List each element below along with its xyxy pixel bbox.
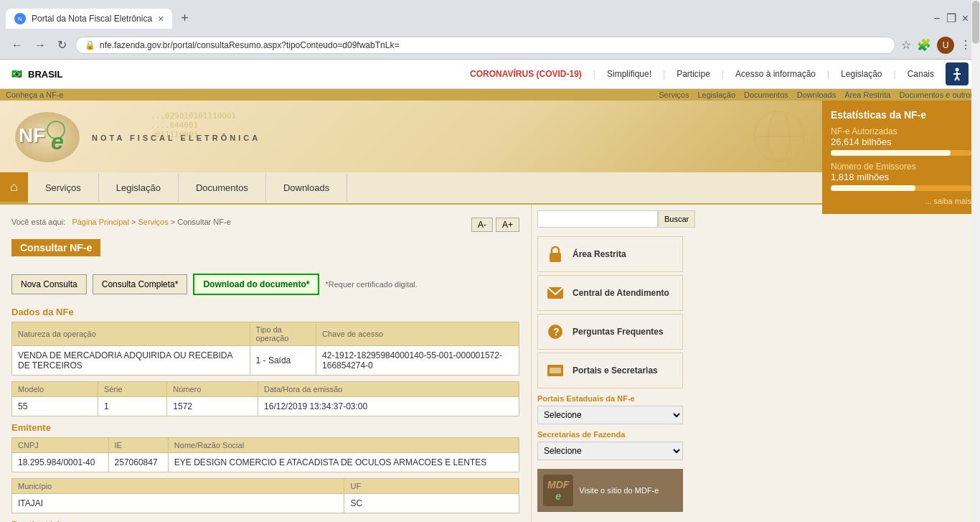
- acesso-info-link[interactable]: Acesso à informação: [735, 69, 816, 79]
- dados-nfe-table-1: Natureza da operação Tipo da operação Ch…: [11, 322, 519, 376]
- uf-header: UF: [344, 479, 519, 494]
- home-nav-button[interactable]: ⌂: [0, 172, 28, 203]
- nav-item-servicos[interactable]: Serviços: [28, 174, 99, 202]
- modelo-value: 55: [12, 397, 98, 416]
- mdfe-logo-text: MDF: [547, 479, 569, 490]
- cnpj-header: CNPJ: [12, 438, 109, 453]
- reload-button[interactable]: ↻: [55, 35, 70, 55]
- window-close-button[interactable]: ×: [962, 12, 969, 25]
- emitente-title: Emitente: [11, 422, 519, 433]
- tab-bar: N Portal da Nota Fiscal Eletrônica × + −…: [0, 0, 980, 31]
- numero-value: 1572: [167, 397, 258, 416]
- portais-estaduais-label: Portais Estaduais da NF-e: [537, 394, 683, 403]
- ie-header: IE: [108, 438, 168, 453]
- stats-title: Estatísticas da NF-e: [831, 109, 971, 121]
- nav-item-legislacao[interactable]: Legislação: [99, 174, 179, 202]
- nova-consulta-button[interactable]: Nova Consulta: [11, 274, 87, 294]
- browser-actions: ☆ 🧩 U ⋮: [901, 37, 971, 54]
- documentos-outros-top-link[interactable]: Documentos e outros: [899, 90, 974, 99]
- central-atendimento-link[interactable]: Central de Atendimento: [537, 275, 683, 311]
- back-button[interactable]: ←: [9, 36, 26, 55]
- area-restrita-top-link[interactable]: Área Restrita: [844, 90, 890, 99]
- tab-close-button[interactable]: ×: [158, 13, 164, 24]
- download-documento-button[interactable]: Download do documento*: [193, 274, 319, 295]
- nome-value: EYE DESIGN COMERCIO E ATACADISTA DE OCUL…: [168, 453, 519, 472]
- downloads-top-link[interactable]: Downloads: [797, 90, 836, 99]
- search-input[interactable]: [537, 210, 658, 228]
- gov-nav: CORONAVÍRUS (COVID-19) | Simplifique! | …: [470, 62, 969, 85]
- conheca-nfe-link[interactable]: Conheça a NF-e: [6, 90, 64, 99]
- portais-estaduais-select[interactable]: Selecione: [537, 406, 683, 424]
- bookmark-icon[interactable]: ☆: [901, 38, 911, 52]
- authorized-bar: [831, 150, 971, 156]
- portais-estaduais-section: Portais Estaduais da NF-e Selecione: [537, 394, 683, 424]
- search-button[interactable]: Buscar: [658, 210, 695, 228]
- globe-decoration: [750, 108, 808, 167]
- gov-top-bar: 🇧🇷 BRASIL CORONAVÍRUS (COVID-19) | Simpl…: [0, 60, 980, 89]
- content-sidebar: Buscar Área Restrita Central de Atendime…: [531, 205, 689, 522]
- data-value: 16/12/2019 13:34:37-03:00: [258, 397, 519, 416]
- canais-link[interactable]: Canais: [908, 69, 934, 79]
- brazil-flag-icon: 🇧🇷: [11, 69, 22, 79]
- search-box: Buscar: [537, 210, 683, 228]
- forward-button[interactable]: →: [32, 36, 49, 55]
- user-avatar[interactable]: U: [937, 37, 954, 54]
- documentos-top-link[interactable]: Documentos: [744, 90, 788, 99]
- main-wrapper: Conheça a NF-e Serviços Legislação Docum…: [0, 89, 980, 522]
- active-tab[interactable]: N Portal da Nota Fiscal Eletrônica ×: [6, 9, 172, 29]
- secretarias-select[interactable]: Selecione: [537, 442, 683, 460]
- window-minimize-button[interactable]: −: [933, 12, 940, 25]
- area-restrita-link[interactable]: Área Restrita: [537, 236, 683, 272]
- breadcrumb-row: Você está aqui: Página Principal > Servi…: [11, 215, 519, 235]
- consulta-completa-button[interactable]: Consulta Completa*: [93, 274, 188, 294]
- extensions-icon[interactable]: 🧩: [917, 38, 931, 52]
- breadcrumb-current: Consultar NF-e: [177, 218, 231, 226]
- breadcrumb-servicos-link[interactable]: Serviços: [138, 218, 168, 226]
- covid-link[interactable]: CORONAVÍRUS (COVID-19): [470, 69, 582, 79]
- legislacao-top-link[interactable]: Legislação: [697, 90, 735, 99]
- servicos-top-link[interactable]: Serviços: [659, 90, 689, 99]
- serie-value: 1: [98, 397, 166, 416]
- font-decrease-button[interactable]: A-: [471, 218, 493, 232]
- breadcrumb-home-link[interactable]: Página Principal: [72, 218, 129, 226]
- authorized-value: 26,614 bilhões: [831, 136, 971, 147]
- authorized-bar-fill: [831, 150, 951, 156]
- svg-text:?: ?: [553, 326, 560, 337]
- window-restore-button[interactable]: ❐: [946, 11, 956, 25]
- emitters-value: 1,818 milhões: [831, 172, 971, 182]
- accessibility-button[interactable]: [946, 62, 969, 85]
- nome-header: Nome/Razão Social: [168, 438, 519, 453]
- stats-panel: Estatísticas da NF-e NF-e Autorizadas 26…: [822, 101, 980, 214]
- mdfe-banner-text: Visite o sítio do MDF-e: [579, 486, 659, 495]
- portais-link[interactable]: Portais e Secretarias: [537, 353, 683, 388]
- portais-icon: [544, 359, 567, 382]
- url-input[interactable]: 🔒 nfe.fazenda.gov.br/portal/consultaResu…: [75, 37, 895, 54]
- content-main: Você está aqui: Página Principal > Servi…: [0, 205, 531, 522]
- font-increase-button[interactable]: A+: [496, 218, 519, 232]
- url-text: nfe.fazenda.gov.br/portal/consultaResumo…: [100, 40, 399, 50]
- data-header: Data/Hora da emissão: [258, 382, 519, 397]
- nfe-logo: NF e: [11, 110, 83, 164]
- section-title-bar: Consultar NF-e: [11, 239, 519, 265]
- content-wrapper: Você está aqui: Página Principal > Servi…: [0, 205, 980, 522]
- ie-value: 257060847: [108, 453, 168, 472]
- scrollbar[interactable]: [971, 0, 980, 522]
- nav-item-downloads[interactable]: Downloads: [266, 174, 347, 202]
- secretarias-label: Secretarias de Fazenda: [537, 430, 683, 439]
- mdfe-banner[interactable]: MDF e Visite o sítio do MDF-e: [537, 469, 683, 512]
- perguntas-freq-label: Perguntas Frequentes: [573, 327, 664, 337]
- stats-more-link[interactable]: ... saiba mais: [831, 197, 971, 205]
- participe-link[interactable]: Participe: [677, 69, 710, 79]
- scrollbar-thumb[interactable]: [972, 1, 979, 44]
- simplifique-link[interactable]: Simplifique!: [607, 69, 651, 79]
- natureza-value: VENDA DE MERCADORIA ADQUIRIDA OU RECEBID…: [12, 346, 250, 376]
- municipio-header: Município: [12, 479, 344, 494]
- legislacao-link[interactable]: Legislação: [841, 69, 882, 79]
- perguntas-freq-link[interactable]: ? Perguntas Frequentes: [537, 314, 683, 350]
- new-tab-button[interactable]: +: [175, 8, 194, 29]
- portais-label: Portais e Secretarias: [573, 365, 658, 376]
- nav-item-documentos[interactable]: Documentos: [179, 174, 266, 202]
- numero-header: Número: [167, 382, 258, 397]
- binary-decoration: ...029010101110001 ....044001 .011110001: [151, 111, 236, 139]
- menu-icon[interactable]: ⋮: [960, 38, 971, 52]
